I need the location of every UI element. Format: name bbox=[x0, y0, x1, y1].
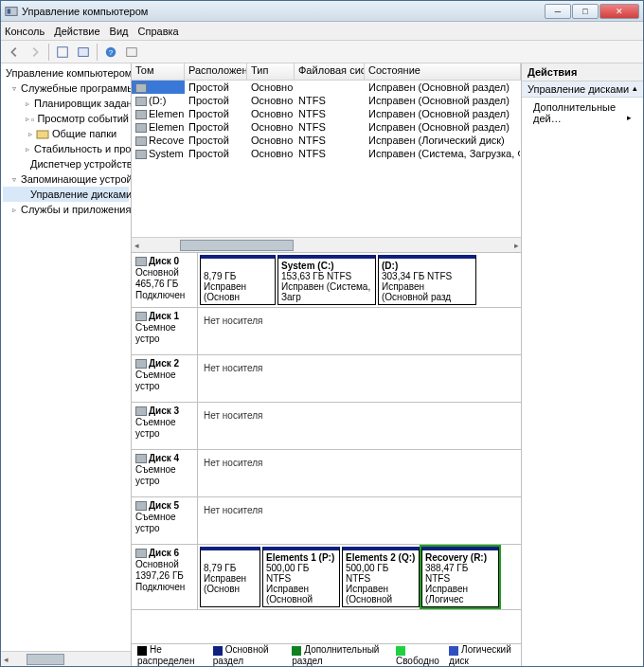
legend-item: Дополнительный раздел bbox=[292, 644, 386, 665]
volume-row[interactable]: System (C:)ПростойОсновнойNTFSИсправен (… bbox=[132, 147, 521, 160]
disk-row[interactable]: Диск 6Основной1397,26 ГБПодключен8,79 ГБ… bbox=[132, 545, 521, 610]
window-title: Управление компьютером bbox=[22, 6, 545, 17]
partition[interactable]: System (C:)153,63 ГБ NTFSИсправен (Систе… bbox=[277, 255, 376, 305]
col-type[interactable]: Тип bbox=[247, 63, 295, 80]
svg-rect-10 bbox=[31, 118, 33, 120]
chevron-up-icon: ▴ bbox=[633, 83, 637, 95]
expand-icon[interactable]: ▹ bbox=[26, 145, 29, 153]
disk-partitions: Нет носителя bbox=[198, 497, 521, 544]
col-volume[interactable]: Том bbox=[132, 63, 185, 80]
partition[interactable]: Elements 1 (P:)500,00 ГБ NTFSИсправен (О… bbox=[262, 547, 340, 607]
legend-item: Свободно bbox=[396, 644, 439, 665]
menubar: Консоль Действие Вид Справка bbox=[1, 22, 643, 41]
no-media-label: Нет носителя bbox=[200, 310, 266, 352]
svg-rect-2 bbox=[58, 46, 68, 57]
menu-help[interactable]: Справка bbox=[138, 26, 179, 37]
legend-item: Логический диск bbox=[449, 644, 515, 665]
volume-header: Том Расположение Тип Файловая система Со… bbox=[132, 63, 521, 81]
partition[interactable]: 8,79 ГБИсправен (Основн bbox=[200, 255, 276, 305]
tree-root[interactable]: Управление компьютером (л bbox=[3, 65, 129, 81]
minimize-button[interactable]: ─ bbox=[545, 4, 571, 19]
legend-item: Не распределен bbox=[137, 644, 204, 665]
disk-partitions: 8,79 ГБИсправен (ОсновнElements 1 (P:)50… bbox=[198, 545, 521, 609]
tree-item-events[interactable]: ▹Просмотр событий bbox=[3, 111, 129, 126]
no-media-label: Нет носителя bbox=[200, 405, 266, 447]
legend-item: Основной раздел bbox=[213, 644, 283, 665]
disk-row[interactable]: Диск 3Съемное устроНет носителя bbox=[132, 403, 521, 450]
tree-group-services[interactable]: ▹Службы и приложения bbox=[3, 202, 129, 217]
collapse-icon[interactable]: ▿ bbox=[12, 84, 16, 93]
menu-console[interactable]: Консоль bbox=[5, 26, 45, 37]
svg-rect-1 bbox=[8, 9, 11, 13]
volume-row[interactable]: ПростойОсновнойИсправен (Основной раздел… bbox=[132, 81, 521, 94]
expand-icon[interactable]: ▹ bbox=[26, 130, 34, 138]
disk-row[interactable]: Диск 0Основной465,76 ГБПодключен8,79 ГБИ… bbox=[132, 253, 521, 308]
disk-graphical-pane: Диск 0Основной465,76 ГБПодключен8,79 ГБИ… bbox=[132, 253, 521, 643]
volume-row[interactable]: Elements …ПростойОсновнойNTFSИсправен (О… bbox=[132, 120, 521, 134]
close-button[interactable]: ✕ bbox=[599, 4, 639, 19]
tree-item-devmgr[interactable]: Диспетчер устройств bbox=[3, 156, 129, 171]
no-media-label: Нет носителя bbox=[200, 357, 266, 400]
actions-subheader[interactable]: Управление дисками▴ bbox=[522, 81, 643, 98]
volume-list: Том Расположение Тип Файловая система Со… bbox=[132, 63, 521, 253]
menu-view[interactable]: Вид bbox=[110, 26, 129, 37]
disk-row[interactable]: Диск 1Съемное устроНет носителя bbox=[132, 308, 521, 355]
partition[interactable]: (D:)303,34 ГБ NTFSИсправен (Основной раз… bbox=[378, 255, 476, 305]
disk-partitions: Нет носителя bbox=[198, 355, 521, 402]
partition[interactable]: Recovery (R:)388,47 ГБ NTFSИсправен (Лог… bbox=[421, 547, 499, 607]
col-fs[interactable]: Файловая система bbox=[295, 63, 365, 80]
tree-pane: Управление компьютером (л ▿Служебные про… bbox=[1, 63, 132, 666]
disk-info: Диск 2Съемное устро bbox=[132, 355, 198, 402]
disk-info: Диск 6Основной1397,26 ГБПодключен bbox=[132, 545, 198, 609]
no-media-label: Нет носителя bbox=[200, 452, 266, 495]
disk-info: Диск 3Съемное устро bbox=[132, 403, 198, 449]
tree-hscrollbar[interactable]: ◂ bbox=[1, 651, 131, 666]
svg-rect-3 bbox=[79, 47, 89, 56]
tree-group-utils[interactable]: ▿Служебные программы bbox=[3, 81, 129, 96]
no-media-label: Нет носителя bbox=[200, 499, 266, 542]
back-button[interactable] bbox=[5, 43, 24, 62]
tree-item-scheduler[interactable]: ▹Планировщик заданий bbox=[3, 96, 129, 111]
expand-icon[interactable]: ▹ bbox=[26, 99, 29, 108]
disk-row[interactable]: Диск 2Съемное устроНет носителя bbox=[132, 355, 521, 403]
disk-partitions: 8,79 ГБИсправен (ОсновнSystem (C:)153,63… bbox=[198, 253, 521, 307]
maximize-button[interactable]: □ bbox=[572, 4, 599, 19]
volume-row[interactable]: Recovery …ПростойОсновнойNTFSИсправен (Л… bbox=[132, 134, 521, 147]
volume-row[interactable]: Elements …ПростойОсновнойNTFSИсправен (О… bbox=[132, 107, 521, 120]
actions-header: Действия bbox=[522, 63, 643, 81]
disk-partitions: Нет носителя bbox=[198, 308, 521, 354]
tree-item-diskmgmt[interactable]: Управление дисками bbox=[3, 187, 129, 202]
tree-group-storage[interactable]: ▿Запоминающие устройст bbox=[3, 171, 129, 187]
partition[interactable]: 8,79 ГБИсправен (Основн bbox=[200, 547, 260, 607]
tree-item-shared[interactable]: ▹Общие папки bbox=[3, 126, 129, 141]
expand-icon[interactable]: ▹ bbox=[26, 115, 29, 123]
disk-info: Диск 1Съемное устро bbox=[132, 308, 198, 354]
disk-partitions: Нет носителя bbox=[198, 403, 521, 449]
app-window: Управление компьютером ─ □ ✕ Консоль Дей… bbox=[0, 0, 644, 667]
menu-action[interactable]: Действие bbox=[54, 26, 99, 37]
toolbar-btn-1[interactable] bbox=[53, 43, 72, 62]
disk-info: Диск 5Съемное устро bbox=[132, 497, 198, 544]
disk-info: Диск 4Съемное устро bbox=[132, 450, 198, 496]
col-status[interactable]: Состояние bbox=[365, 63, 521, 80]
volume-hscrollbar[interactable]: ◂▸ bbox=[132, 237, 521, 252]
titlebar[interactable]: Управление компьютером ─ □ ✕ bbox=[1, 1, 643, 22]
collapse-icon[interactable]: ▿ bbox=[12, 175, 16, 184]
center-pane: Том Расположение Тип Файловая система Со… bbox=[132, 63, 522, 666]
disk-row[interactable]: Диск 4Съемное устроНет носителя bbox=[132, 450, 521, 497]
svg-rect-6 bbox=[127, 47, 137, 56]
forward-button[interactable] bbox=[26, 43, 45, 62]
partition[interactable]: Elements 2 (Q:)500,00 ГБ NTFSИсправен (О… bbox=[342, 547, 420, 607]
refresh-button[interactable] bbox=[74, 43, 93, 62]
col-layout[interactable]: Расположение bbox=[185, 63, 247, 80]
help-button[interactable]: ? bbox=[101, 43, 120, 62]
tree-item-reliability[interactable]: ▹Стабильность и произ bbox=[3, 141, 129, 156]
volume-row[interactable]: (D:)ПростойОсновнойNTFSИсправен (Основно… bbox=[132, 94, 521, 107]
disk-partitions: Нет носителя bbox=[198, 450, 521, 496]
toolbar-btn-2[interactable] bbox=[122, 43, 141, 62]
action-more[interactable]: Дополнительные дей…▸ bbox=[522, 98, 643, 128]
disk-row[interactable]: Диск 5Съемное устроНет носителя bbox=[132, 497, 521, 545]
disk-info: Диск 0Основной465,76 ГБПодключен bbox=[132, 253, 198, 307]
app-icon bbox=[5, 5, 18, 18]
expand-icon[interactable]: ▹ bbox=[12, 206, 16, 214]
